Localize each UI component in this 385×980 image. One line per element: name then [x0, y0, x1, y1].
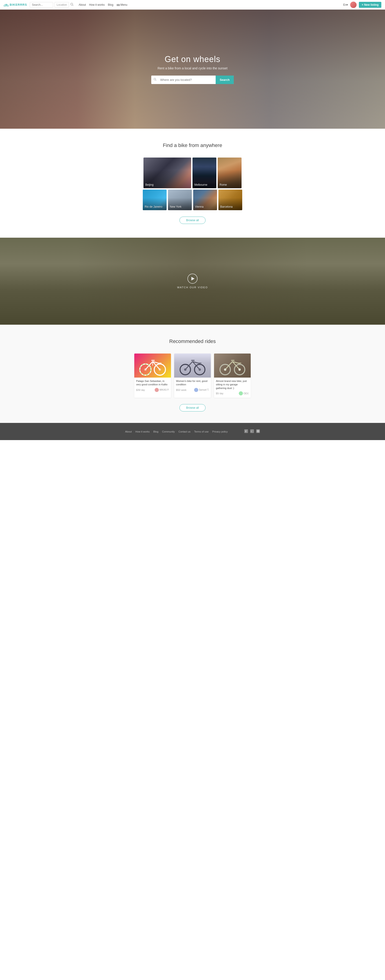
- ride-card-3[interactable]: Almost brand new bike, just sitting in m…: [214, 353, 251, 398]
- footer-contact[interactable]: Contact us: [179, 430, 191, 433]
- ride-body-2: Women's bike for rent, good condition $5…: [174, 377, 211, 394]
- city-row-1: Beijing Melbourne Rome: [137, 158, 248, 188]
- owner-avatar-2: [194, 388, 198, 392]
- navbar-right: En▾ + New listing: [343, 2, 381, 8]
- twitter-icon: t: [250, 430, 254, 433]
- search-form: [30, 2, 53, 8]
- city-beijing[interactable]: Beijing: [144, 158, 191, 188]
- instagram-icon: [256, 430, 260, 433]
- hero-section: Get on wheels Rent a bike from a local a…: [0, 10, 385, 129]
- ride-price-1: $39/ day: [136, 388, 145, 391]
- logo-icon: [4, 3, 9, 6]
- ride-price-3: $5/ day: [216, 392, 224, 395]
- svg-point-38: [224, 368, 227, 371]
- find-bike-section: Find a bike from anywhere Beijing Melbou…: [0, 129, 385, 238]
- svg-line-33: [225, 361, 233, 369]
- search-input[interactable]: [30, 2, 53, 7]
- city-melbourne[interactable]: Melbourne: [193, 158, 216, 188]
- bike-illustration-3: [214, 353, 251, 377]
- twitter-link[interactable]: t: [250, 430, 254, 434]
- ride-owner-2: Samuel T.: [194, 388, 209, 392]
- city-vienna-label: Vienna: [193, 203, 205, 210]
- svg-rect-44: [256, 430, 260, 433]
- city-rio-label: Rio de Janeiro: [143, 203, 164, 210]
- ride-footer-3: $5/ day OEV.: [216, 391, 249, 395]
- nav-how-it-works[interactable]: How it works: [89, 3, 105, 6]
- footer-how-it-works[interactable]: How it works: [136, 430, 150, 433]
- footer-about[interactable]: About: [125, 430, 132, 433]
- hero-search-button[interactable]: Search: [216, 76, 234, 84]
- browse-rides-button[interactable]: Browse all: [179, 404, 205, 412]
- ride-card-1[interactable]: Palago San Sebastian, in very good condi…: [134, 353, 171, 398]
- svg-point-39: [238, 368, 241, 371]
- nav-blog[interactable]: Blog: [108, 3, 113, 6]
- footer-links: About How it works Blog Community Contac…: [125, 430, 228, 433]
- city-rome[interactable]: Rome: [218, 158, 241, 188]
- city-barcelona[interactable]: Barcelona: [219, 189, 242, 210]
- location-input[interactable]: Location: [54, 2, 69, 8]
- svg-line-9: [156, 80, 157, 81]
- city-vienna[interactable]: Vienna: [193, 189, 217, 210]
- logo[interactable]: BIKERRRS: [4, 3, 27, 6]
- hero-subheading: Rent a bike from a local and cycle into …: [151, 67, 234, 70]
- ride-image-3: [214, 353, 251, 377]
- ride-image-1: [134, 353, 171, 377]
- new-listing-button[interactable]: + New listing: [359, 2, 381, 8]
- ride-body-3: Almost brand new bike, just sitting in m…: [214, 377, 251, 398]
- owner-avatar-1: [155, 388, 159, 392]
- bike-illustration-2: [174, 353, 211, 377]
- svg-point-19: [144, 368, 147, 371]
- footer-blog[interactable]: Blog: [153, 430, 158, 433]
- svg-point-20: [158, 368, 161, 371]
- svg-line-3: [5, 4, 6, 6]
- rides-grid: Palago San Sebastian, in very good condi…: [0, 353, 385, 398]
- ride-owner-3: OEV.: [239, 391, 249, 395]
- search-button[interactable]: [69, 2, 75, 8]
- footer-content: About How it works Blog Community Contac…: [121, 430, 264, 434]
- city-rio[interactable]: Rio de Janeiro: [143, 189, 166, 210]
- video-section[interactable]: WATCH OUR VIDEO: [0, 238, 385, 325]
- footer-community[interactable]: Community: [162, 430, 175, 433]
- ride-price-2: $50/ week: [176, 388, 187, 391]
- city-row-2: Rio de Janeiro New York Vienna Barcelona: [137, 189, 248, 210]
- video-play-button[interactable]: [187, 274, 198, 284]
- ride-body-1: Palago San Sebastian, in very good condi…: [134, 377, 171, 394]
- city-beijing-label: Beijing: [144, 181, 155, 188]
- ride-title-1: Palago San Sebastian, in very good condi…: [136, 379, 169, 387]
- find-bike-title: Find a bike from anywhere: [0, 142, 385, 148]
- recommended-title: Recommended rides: [0, 339, 385, 344]
- ride-title-2: Women's bike for rent, good condition: [176, 379, 209, 387]
- location-search-input[interactable]: [159, 76, 216, 84]
- ride-footer-2: $50/ week Samuel T.: [176, 388, 209, 392]
- svg-point-47: [259, 430, 259, 431]
- svg-point-6: [71, 3, 73, 5]
- navbar: BIKERRRS Location About How it works Blo…: [0, 0, 385, 10]
- ride-owner-1: MIKAS P.: [155, 388, 169, 392]
- footer-social: f t: [244, 430, 260, 434]
- city-ny-label: New York: [168, 203, 183, 210]
- ride-card-2[interactable]: Women's bike for rent, good condition $5…: [174, 353, 211, 398]
- browse-cities-button[interactable]: Browse all: [179, 216, 205, 224]
- ride-footer-1: $39/ day MIKAS P.: [136, 388, 169, 392]
- nav-about[interactable]: About: [78, 3, 86, 6]
- video-label: WATCH OUR VIDEO: [177, 286, 208, 289]
- facebook-icon: f: [244, 430, 248, 433]
- svg-point-29: [184, 368, 187, 371]
- bike-illustration-1: [134, 353, 171, 377]
- hero-search-icon: [151, 78, 159, 81]
- language-selector[interactable]: En▾: [343, 3, 348, 6]
- svg-point-30: [198, 368, 201, 371]
- avatar[interactable]: [350, 2, 356, 8]
- nav-menu[interactable]: Menu: [117, 3, 128, 6]
- footer-terms[interactable]: Terms of use: [194, 430, 209, 433]
- play-icon: [191, 277, 195, 280]
- hero-content: Get on wheels Rent a bike from a local a…: [151, 54, 234, 84]
- facebook-link[interactable]: f: [244, 430, 248, 434]
- city-new-york[interactable]: New York: [168, 189, 192, 210]
- city-melbourne-label: Melbourne: [193, 181, 209, 188]
- recommended-rides-section: Recommended rides: [0, 325, 385, 423]
- svg-line-13: [145, 361, 153, 369]
- find-bike-content: Find a bike from anywhere Beijing Melbou…: [0, 142, 385, 224]
- footer-privacy[interactable]: Privacy policy: [212, 430, 228, 433]
- instagram-link[interactable]: [256, 430, 260, 434]
